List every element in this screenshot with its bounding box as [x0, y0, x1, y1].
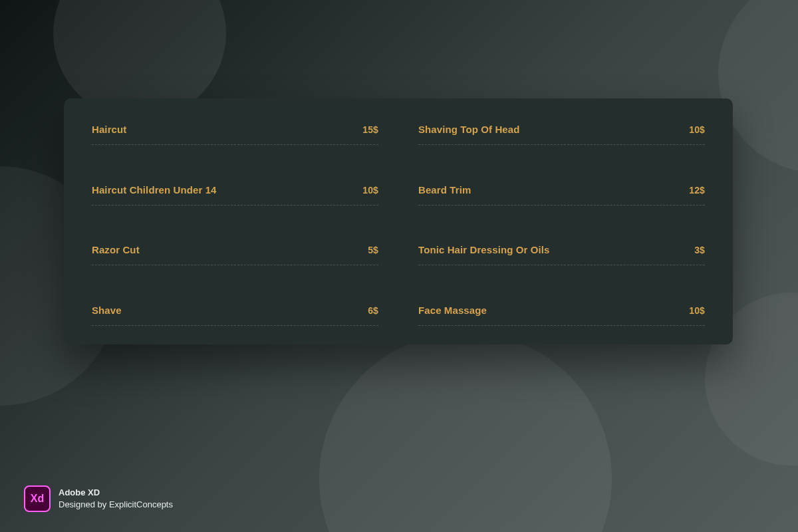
bg-circle — [319, 332, 612, 532]
price-card: Haircut 15$ Haircut Children Under 14 10… — [64, 98, 733, 344]
service-name: Beard Trim — [418, 184, 471, 196]
service-name: Tonic Hair Dressing Or Oils — [418, 244, 549, 255]
price-row: Razor Cut 5$ — [92, 244, 378, 265]
price-column-left: Haircut 15$ Haircut Children Under 14 10… — [92, 124, 378, 326]
price-row: Face Massage 10$ — [418, 305, 705, 326]
footer-text: Adobe XD Designed by ExplicitConcepts — [59, 487, 173, 511]
service-name: Haircut — [92, 124, 126, 135]
service-price: 10$ — [689, 305, 705, 316]
service-price: 3$ — [694, 245, 705, 255]
footer-subtitle: Designed by ExplicitConcepts — [59, 499, 173, 511]
service-name: Shaving Top Of Head — [418, 124, 519, 135]
price-row: Tonic Hair Dressing Or Oils 3$ — [418, 244, 705, 265]
price-row: Shaving Top Of Head 10$ — [418, 124, 705, 145]
footer-title: Adobe XD — [59, 487, 173, 499]
price-column-right: Shaving Top Of Head 10$ Beard Trim 12$ T… — [418, 124, 705, 326]
adobe-xd-icon: Xd — [24, 485, 51, 512]
service-price: 10$ — [362, 185, 378, 196]
service-name: Shave — [92, 305, 122, 316]
price-row: Haircut 15$ — [92, 124, 378, 145]
footer: Xd Adobe XD Designed by ExplicitConcepts — [24, 485, 173, 512]
service-price: 10$ — [689, 124, 705, 135]
service-name: Razor Cut — [92, 244, 140, 255]
service-price: 6$ — [368, 305, 378, 316]
service-name: Face Massage — [418, 305, 487, 316]
price-row: Haircut Children Under 14 10$ — [92, 184, 378, 205]
service-name: Haircut Children Under 14 — [92, 184, 217, 196]
price-row: Beard Trim 12$ — [418, 184, 705, 205]
service-price: 15$ — [362, 124, 378, 135]
service-price: 12$ — [689, 185, 705, 196]
service-price: 5$ — [368, 245, 378, 255]
price-row: Shave 6$ — [92, 305, 378, 326]
